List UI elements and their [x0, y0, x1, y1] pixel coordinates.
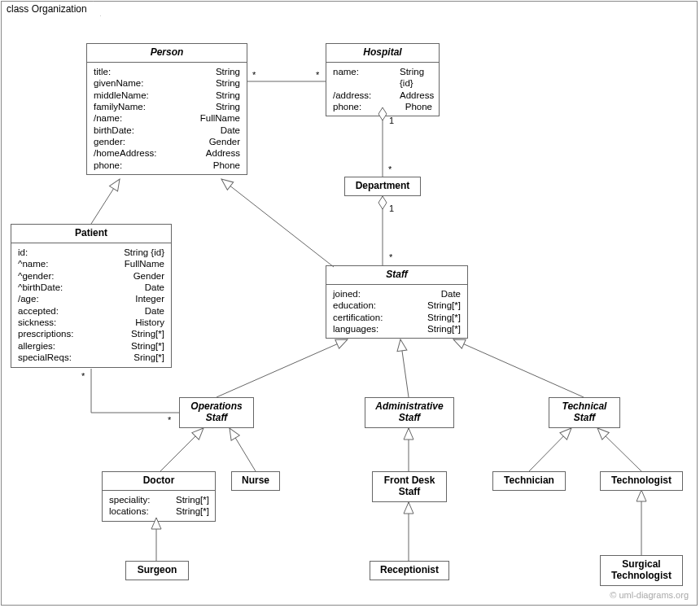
class-frontdesk-staff: Front Desk Staff	[372, 471, 447, 502]
class-technical-staff: Technical Staff	[549, 397, 620, 428]
class-technologist: Technologist	[600, 471, 683, 491]
mult-patient-ops-top: *	[81, 371, 85, 381]
class-receptionist-title: Receptionist	[370, 562, 448, 580]
class-surgical-technologist-title: Surgical Technologist	[601, 556, 682, 585]
mult-hospital-dept-star: *	[388, 164, 392, 174]
svg-line-6	[400, 339, 409, 397]
package-frame: class Organization Person title:String g…	[1, 1, 698, 606]
class-surgeon: Surgeon	[125, 561, 189, 580]
class-operations-staff: Operations Staff	[179, 397, 254, 428]
class-person: Person title:String givenName:String mid…	[86, 43, 247, 175]
class-technical-staff-title: Technical Staff	[549, 398, 619, 427]
frame-title: class Organization	[7, 3, 87, 15]
class-staff: Staff joined:Date education:String[*] ce…	[326, 265, 468, 339]
class-staff-title: Staff	[326, 266, 467, 285]
class-department-title: Department	[345, 177, 420, 195]
mult-person-hospital-right: *	[316, 70, 319, 80]
mult-dept-staff-one: 1	[389, 203, 394, 213]
svg-line-5	[217, 339, 348, 397]
watermark: © uml-diagrams.org	[610, 590, 689, 600]
mult-dept-staff-star: *	[389, 252, 392, 262]
class-hospital: Hospital name:String {id} /address:Addre…	[326, 43, 440, 116]
class-person-body: title:String givenName:String middleName…	[87, 63, 247, 174]
svg-line-3	[91, 179, 120, 224]
svg-line-4	[221, 179, 334, 267]
class-staff-body: joined:Date education:String[*] certific…	[326, 285, 467, 339]
class-technologist-title: Technologist	[601, 472, 682, 490]
mult-hospital-dept-one: 1	[389, 116, 394, 125]
class-nurse: Nurse	[231, 471, 280, 491]
svg-line-7	[453, 339, 584, 397]
svg-line-8	[160, 428, 203, 471]
class-operations-staff-title: Operations Staff	[180, 398, 253, 427]
svg-line-11	[529, 428, 571, 471]
class-person-title: Person	[87, 44, 247, 63]
class-doctor-title: Doctor	[103, 472, 215, 491]
class-technician-title: Technician	[493, 472, 565, 490]
class-administrative-staff: Administrative Staff	[365, 397, 454, 428]
class-doctor-body: speciality:String[*] locations:String[*]	[103, 491, 215, 521]
class-doctor: Doctor speciality:String[*] locations:St…	[102, 471, 216, 522]
class-patient-title: Patient	[11, 225, 171, 243]
class-receptionist: Receptionist	[370, 561, 449, 580]
class-technician: Technician	[492, 471, 566, 491]
class-department: Department	[344, 177, 421, 196]
class-patient: Patient id:String {id} ^name:FullName ^g…	[11, 224, 172, 368]
class-hospital-body: name:String {id} /address:Address phone:…	[326, 63, 439, 116]
class-surgical-technologist: Surgical Technologist	[600, 555, 683, 586]
class-nurse-title: Nurse	[232, 472, 279, 490]
mult-patient-ops-bot: *	[168, 415, 171, 425]
class-frontdesk-staff-title: Front Desk Staff	[373, 472, 446, 501]
svg-line-9	[230, 428, 256, 471]
svg-line-12	[597, 428, 641, 471]
frame-title-tab: class Organization	[1, 1, 101, 16]
class-patient-body: id:String {id} ^name:FullName ^gender:Ge…	[11, 243, 171, 367]
class-surgeon-title: Surgeon	[126, 562, 188, 580]
mult-person-hospital-left: *	[252, 70, 256, 80]
class-hospital-title: Hospital	[326, 44, 439, 63]
class-administrative-staff-title: Administrative Staff	[365, 398, 453, 427]
